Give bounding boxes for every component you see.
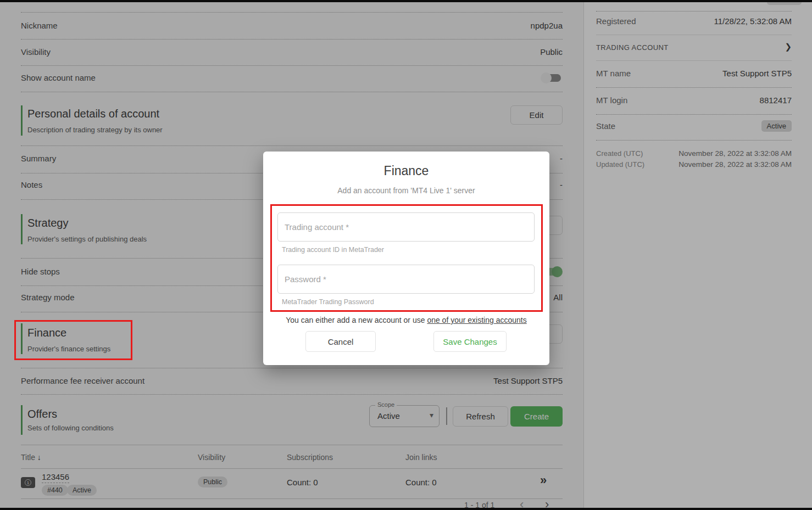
existing-accounts-link[interactable]: one of your existing accounts bbox=[427, 316, 526, 324]
annotation-box-finance-section bbox=[14, 320, 132, 360]
modal-title: Finance bbox=[263, 164, 549, 178]
provider-settings-page: Nickname npdp2ua Visibility Public Show … bbox=[0, 0, 812, 510]
bottom-edge-bar bbox=[0, 508, 812, 510]
save-changes-button[interactable]: Save Changes bbox=[433, 331, 507, 352]
annotation-box-modal-fields bbox=[270, 204, 543, 312]
cancel-button[interactable]: Cancel bbox=[305, 331, 376, 352]
modal-subtitle: Add an account from 'MT4 Live 1' server bbox=[263, 186, 549, 195]
note-text: You can either add a new account or use bbox=[286, 316, 427, 324]
modal-note: You can either add a new account or use … bbox=[263, 316, 549, 324]
top-edge-bar bbox=[0, 0, 812, 2]
